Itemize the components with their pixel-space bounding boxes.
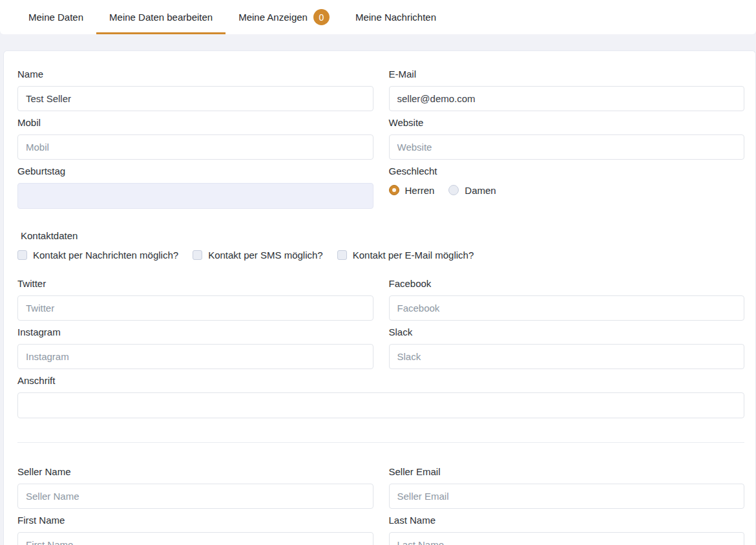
slack-label: Slack <box>389 326 745 337</box>
website-input[interactable] <box>389 134 745 160</box>
checkbox-label: Kontakt per Nachrichten möglich? <box>33 250 178 261</box>
geschlecht-radio-group: Herren Damen <box>389 183 745 197</box>
slack-field-group: Slack <box>389 326 745 369</box>
first-name-input[interactable] <box>17 532 373 545</box>
seller-email-input[interactable] <box>389 484 745 509</box>
tab-label: Meine Nachrichten <box>355 12 436 23</box>
radio-unselected-icon[interactable] <box>448 185 459 195</box>
seller-name-field-group: Seller Name <box>17 466 373 509</box>
tab-meine-nachrichten[interactable]: Meine Nachrichten <box>342 0 449 34</box>
radio-herren[interactable]: Herren <box>389 185 435 196</box>
website-field-group: Website <box>389 117 745 160</box>
tab-meine-anzeigen[interactable]: Meine Anzeigen 0 <box>226 0 342 34</box>
geschlecht-label: Geschlecht <box>389 166 745 176</box>
instagram-field-group: Instagram <box>17 326 373 369</box>
kontaktdaten-checkbox-row: Kontakt per Nachrichten möglich? Kontakt… <box>17 250 744 261</box>
anschrift-label: Anschrift <box>17 375 744 386</box>
mobil-input[interactable] <box>17 134 373 160</box>
email-label: E-Mail <box>389 69 745 80</box>
anzeigen-count-badge: 0 <box>313 9 330 25</box>
tab-label: Meine Daten bearbeiten <box>109 12 213 23</box>
radio-damen[interactable]: Damen <box>448 185 496 196</box>
website-label: Website <box>389 117 745 128</box>
instagram-label: Instagram <box>17 326 373 337</box>
seller-email-field-group: Seller Email <box>389 466 745 509</box>
email-field-group: E-Mail <box>389 69 745 111</box>
checkbox-kontakt-nachrichten[interactable]: Kontakt per Nachrichten möglich? <box>17 250 178 261</box>
section-divider <box>17 442 744 443</box>
geschlecht-field-group: Geschlecht Herren Damen <box>389 166 745 209</box>
geburtstag-field-group: Geburtstag <box>17 166 373 209</box>
facebook-input[interactable] <box>389 295 745 321</box>
name-input[interactable] <box>17 86 373 111</box>
checkbox-kontakt-email[interactable]: Kontakt per E-Mail möglich? <box>337 250 474 261</box>
kontaktdaten-section: Kontaktdaten Kontakt per Nachrichten mög… <box>17 230 744 261</box>
email-input[interactable] <box>389 86 745 111</box>
slack-input[interactable] <box>389 344 745 369</box>
twitter-input[interactable] <box>17 295 373 321</box>
tab-meine-daten-bearbeiten[interactable]: Meine Daten bearbeiten <box>96 0 226 34</box>
twitter-label: Twitter <box>17 278 373 289</box>
checkbox-icon[interactable] <box>337 250 347 260</box>
last-name-field-group: Last Name <box>389 515 745 545</box>
checkbox-label: Kontakt per E-Mail möglich? <box>353 250 474 261</box>
radio-herren-label: Herren <box>405 185 435 196</box>
seller-name-label: Seller Name <box>17 466 373 477</box>
tab-label: Meine Daten <box>28 12 83 23</box>
anschrift-field-group: Anschrift <box>17 375 744 418</box>
twitter-field-group: Twitter <box>17 278 373 321</box>
tab-label: Meine Anzeigen <box>238 12 308 23</box>
profile-edit-panel: Name E-Mail Mobil Website Geburtstag Ges… <box>3 50 756 545</box>
geburtstag-label: Geburtstag <box>17 166 373 176</box>
facebook-label: Facebook <box>389 278 745 289</box>
name-field-group: Name <box>17 69 373 111</box>
last-name-input[interactable] <box>389 532 745 545</box>
first-name-label: First Name <box>17 515 373 526</box>
tab-meine-daten[interactable]: Meine Daten <box>16 0 96 34</box>
checkbox-icon[interactable] <box>193 250 202 260</box>
instagram-input[interactable] <box>17 344 373 369</box>
radio-damen-label: Damen <box>465 185 496 196</box>
mobil-field-group: Mobil <box>17 117 373 160</box>
profile-tab-bar: Meine Daten Meine Daten bearbeiten Meine… <box>0 0 756 34</box>
checkbox-icon[interactable] <box>17 250 27 260</box>
last-name-label: Last Name <box>389 515 745 526</box>
facebook-field-group: Facebook <box>389 278 745 321</box>
geburtstag-input[interactable] <box>17 183 373 209</box>
name-label: Name <box>17 69 373 80</box>
radio-selected-icon[interactable] <box>389 185 399 195</box>
mobil-label: Mobil <box>17 117 373 128</box>
checkbox-label: Kontakt per SMS möglich? <box>208 250 323 261</box>
seller-name-input[interactable] <box>17 484 373 509</box>
anschrift-input[interactable] <box>17 392 744 418</box>
seller-email-label: Seller Email <box>389 466 745 477</box>
kontaktdaten-title: Kontaktdaten <box>17 230 744 241</box>
first-name-field-group: First Name <box>17 515 373 545</box>
checkbox-kontakt-sms[interactable]: Kontakt per SMS möglich? <box>193 250 323 261</box>
